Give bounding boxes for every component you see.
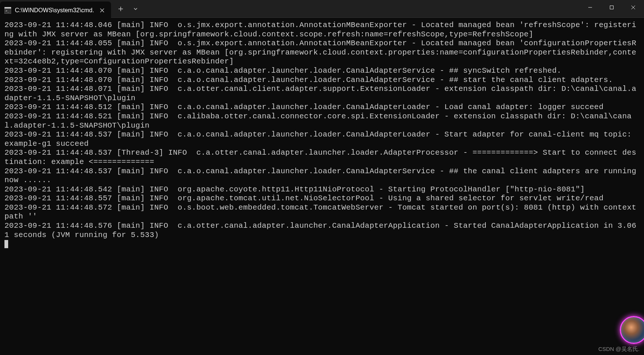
terminal-output[interactable]: 2023-09-21 11:44:48.046 [main] INFO o.s.… <box>0 18 644 252</box>
titlebar: >_ C:\WINDOWS\system32\cmd. <box>0 0 644 18</box>
close-button[interactable] <box>622 0 644 15</box>
titlebar-left: >_ C:\WINDOWS\system32\cmd. <box>0 0 142 17</box>
avatar <box>620 316 644 344</box>
maximize-button[interactable] <box>601 0 622 15</box>
svg-text:>_: >_ <box>6 9 9 13</box>
new-tab-button[interactable] <box>114 2 127 16</box>
window-controls <box>579 0 644 17</box>
svg-rect-1 <box>4 7 11 9</box>
tab-title: C:\WINDOWS\system32\cmd. <box>15 7 94 14</box>
svg-rect-8 <box>610 6 614 9</box>
cursor <box>4 240 8 248</box>
tab-dropdown-button[interactable] <box>129 2 142 16</box>
watermark: CSDN @吴名氏. <box>598 346 640 353</box>
cmd-icon: >_ <box>4 7 11 14</box>
tab-close-button[interactable] <box>98 6 107 15</box>
minimize-button[interactable] <box>579 0 601 15</box>
terminal-tab[interactable]: >_ C:\WINDOWS\system32\cmd. <box>0 1 111 19</box>
